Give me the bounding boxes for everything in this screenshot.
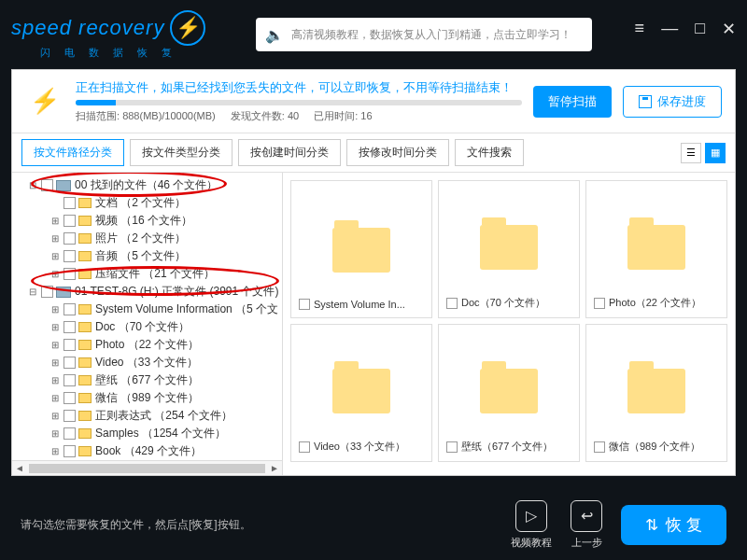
close-icon[interactable]: ✕ [722, 19, 736, 39]
tree-label[interactable]: 照片 （2 个文件） [95, 231, 186, 246]
tree-checkbox[interactable] [63, 197, 76, 209]
expand-icon[interactable]: ⊞ [49, 357, 61, 368]
tree-checkbox[interactable] [63, 374, 76, 386]
tree-row[interactable]: ⊞Video （33 个文件） [12, 354, 283, 371]
card-checkbox[interactable] [299, 299, 310, 310]
tree-checkbox[interactable] [63, 321, 76, 333]
recover-icon: ⇅ [645, 515, 658, 535]
tree-row[interactable]: ⊞Doc （70 个文件） [12, 318, 283, 336]
tree-checkbox[interactable] [63, 232, 76, 245]
tree-label[interactable]: 壁纸 （677 个文件） [95, 372, 199, 388]
scroll-right-icon[interactable]: ► [267, 463, 282, 473]
tree-row[interactable]: ⊞照片 （2 个文件） [12, 230, 283, 247]
tree-checkbox[interactable] [63, 392, 76, 404]
folder-icon [78, 198, 92, 208]
card-checkbox[interactable] [594, 441, 605, 453]
tree-label[interactable]: 01 TEST-8G (H:) 正常文件 (3991 个文件) [75, 284, 279, 300]
tree-label[interactable]: Photo （22 个文件） [95, 337, 199, 353]
expand-icon[interactable]: ⊞ [49, 375, 61, 385]
tab-search[interactable]: 文件搜索 [455, 139, 524, 166]
folder-card[interactable]: 微信（989 个文件） [585, 324, 727, 462]
tree-checkbox[interactable] [63, 215, 76, 227]
view-list-icon[interactable]: ☰ [681, 143, 701, 163]
view-grid-icon[interactable]: ▦ [705, 143, 726, 163]
tree-checkbox[interactable] [63, 357, 76, 369]
expand-icon[interactable]: ⊞ [49, 428, 61, 439]
expand-icon[interactable]: ⊞ [49, 269, 61, 279]
pause-scan-button[interactable]: 暂停扫描 [533, 86, 612, 118]
back-button[interactable]: ↩ 上一步 [571, 500, 602, 550]
recover-button[interactable]: ⇅ 恢 复 [621, 505, 726, 545]
expand-icon[interactable]: ⊟ [27, 180, 38, 190]
tree-row[interactable]: ⊞Book （429 个文件） [12, 442, 283, 460]
tree-checkbox[interactable] [63, 410, 76, 422]
tree-checkbox[interactable] [63, 303, 76, 315]
tree-checkbox[interactable] [63, 427, 76, 440]
tree-label[interactable]: Video （33 个文件） [95, 355, 199, 371]
expand-icon[interactable]: ⊞ [49, 251, 61, 261]
maximize-icon[interactable]: □ [695, 19, 705, 39]
file-tree[interactable]: ⊟00 找到的文件（46 个文件）文档 （2 个文件）⊞视频 （16 个文件）⊞… [12, 173, 283, 460]
card-checkbox[interactable] [446, 441, 458, 453]
card-checkbox[interactable] [299, 441, 310, 453]
promo-banner[interactable]: 🔈 高清视频教程，数据恢复从入门到精通，点击立即学习！ [256, 18, 592, 51]
tab-by-type[interactable]: 按文件类型分类 [130, 139, 233, 166]
folder-card[interactable]: Photo（22 个文件） [585, 180, 727, 318]
tree-row[interactable]: ⊞音频 （5 个文件） [12, 247, 283, 265]
expand-icon[interactable]: ⊟ [27, 287, 38, 297]
card-label: 微信（989 个文件） [609, 440, 700, 454]
tree-label[interactable]: System Volume Information （5 个文 [95, 301, 278, 317]
tree-row[interactable]: 文档 （2 个文件） [12, 194, 283, 212]
expand-icon[interactable]: ⊞ [49, 304, 61, 315]
tab-by-path[interactable]: 按文件路径分类 [21, 139, 124, 166]
tree-checkbox[interactable] [63, 250, 76, 262]
tree-checkbox[interactable] [63, 339, 76, 351]
tree-label[interactable]: 00 找到的文件（46 个文件） [75, 177, 218, 193]
folder-card[interactable]: System Volume In... [290, 180, 432, 318]
tree-row[interactable]: ⊞壁纸 （677 个文件） [12, 371, 283, 389]
video-tutorial-button[interactable]: ▷ 视频教程 [511, 500, 552, 550]
tree-row[interactable]: ⊞微信 （989 个文件） [12, 389, 283, 407]
folder-card[interactable]: 壁纸（677 个文件） [438, 324, 580, 462]
minimize-icon[interactable]: — [661, 19, 678, 39]
tree-checkbox[interactable] [63, 268, 76, 280]
expand-icon[interactable]: ⊞ [49, 340, 61, 350]
scroll-left-icon[interactable]: ◄ [12, 463, 27, 473]
tree-row[interactable]: ⊞Photo （22 个文件） [12, 336, 283, 354]
tree-row[interactable]: ⊞正则表达式 （254 个文件） [12, 407, 283, 425]
expand-icon[interactable]: ⊞ [49, 322, 61, 332]
tab-by-modified[interactable]: 按修改时间分类 [346, 139, 449, 166]
tree-row[interactable]: ⊟01 TEST-8G (H:) 正常文件 (3991 个文件) [12, 283, 283, 301]
tree-label[interactable]: Samples （1254 个文件） [95, 426, 226, 441]
expand-icon[interactable]: ⊞ [49, 393, 61, 403]
menu-icon[interactable]: ≡ [635, 19, 645, 39]
tree-row[interactable]: ⊞视频 （16 个文件） [12, 212, 283, 230]
tree-label[interactable]: Book （429 个文件） [95, 443, 202, 459]
tree-checkbox[interactable] [63, 445, 76, 457]
folder-card[interactable]: Doc（70 个文件） [438, 180, 580, 318]
expand-icon[interactable]: ⊞ [49, 233, 61, 244]
tree-label[interactable]: Doc （70 个文件） [95, 319, 190, 335]
tree-label[interactable]: 压缩文件 （21 个文件） [95, 266, 215, 282]
tree-row[interactable]: ⊟00 找到的文件（46 个文件） [12, 176, 283, 194]
tree-checkbox[interactable] [41, 286, 53, 298]
tree-label[interactable]: 视频 （16 个文件） [95, 213, 192, 229]
tree-label[interactable]: 音频 （5 个文件） [95, 248, 186, 264]
tree-h-scrollbar[interactable]: ◄ ► [12, 460, 282, 475]
expand-icon[interactable]: ⊞ [49, 216, 61, 226]
tree-row[interactable]: ⊞System Volume Information （5 个文 [12, 301, 283, 318]
tree-row[interactable]: ⊞Samples （1254 个文件） [12, 425, 283, 442]
expand-icon[interactable]: ⊞ [49, 446, 61, 456]
expand-icon[interactable]: ⊞ [49, 411, 61, 421]
tree-label[interactable]: 正则表达式 （254 个文件） [95, 408, 233, 424]
tree-row[interactable]: ⊞压缩文件 （21 个文件） [12, 265, 283, 283]
drive-icon [56, 180, 71, 191]
save-progress-button[interactable]: 保存进度 [623, 86, 722, 118]
card-checkbox[interactable] [446, 298, 458, 309]
card-checkbox[interactable] [594, 298, 605, 309]
tree-label[interactable]: 微信 （989 个文件） [95, 390, 199, 406]
folder-card[interactable]: Video（33 个文件） [290, 324, 432, 462]
tab-by-created[interactable]: 按创建时间分类 [238, 139, 341, 166]
tree-label[interactable]: 文档 （2 个文件） [95, 195, 186, 211]
tree-checkbox[interactable] [41, 179, 53, 191]
